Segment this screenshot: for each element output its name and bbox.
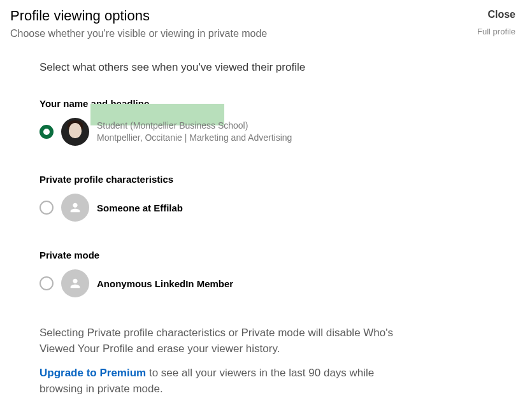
option-full-row[interactable]: Student (Montpellier Business School) Mo… (40, 118, 522, 146)
option-private-label: Private mode (40, 250, 522, 260)
header: Profile viewing options Choose whether y… (10, 8, 522, 39)
option-full-visibility: Your name and headline Student (Montpell… (40, 98, 522, 146)
option-full-text: Student (Montpellier Business School) Mo… (97, 120, 292, 144)
profile-headline: Student (Montpellier Business School) (97, 120, 292, 132)
profile-location: Montpellier, Occitanie | Marketing and A… (97, 132, 292, 144)
radio-private[interactable] (40, 276, 54, 290)
option-semi-private: Private profile characteristics Someone … (40, 174, 522, 222)
person-icon (68, 276, 82, 290)
content: Select what others see when you've viewe… (40, 61, 522, 397)
avatar-placeholder-icon (61, 194, 89, 222)
avatar (61, 118, 89, 146)
option-private-row[interactable]: Anonymous LinkedIn Member (40, 269, 522, 297)
option-private: Private mode Anonymous LinkedIn Member (40, 250, 522, 297)
disclaimer: Selecting Private profile characteristic… (40, 325, 409, 397)
full-profile-link[interactable]: Full profile (477, 27, 515, 36)
radio-full[interactable] (40, 125, 54, 139)
disclaimer-line2: Upgrade to Premium to see all your viewe… (40, 366, 409, 397)
close-button[interactable]: Close (487, 9, 515, 20)
option-semi-title: Someone at Effilab (97, 202, 183, 213)
page-subtitle: Choose whether you're visible or viewing… (10, 28, 522, 39)
option-semi-label: Private profile characteristics (40, 174, 522, 185)
option-semi-row[interactable]: Someone at Effilab (40, 194, 522, 222)
instruction-text: Select what others see when you've viewe… (40, 61, 522, 74)
disclaimer-line1: Selecting Private profile characteristic… (40, 325, 409, 357)
upgrade-premium-link[interactable]: Upgrade to Premium (40, 367, 146, 379)
avatar-placeholder-icon (61, 269, 89, 297)
page-title: Profile viewing options (10, 8, 522, 24)
option-private-title: Anonymous LinkedIn Member (97, 278, 233, 289)
person-icon (68, 201, 82, 215)
radio-semi[interactable] (40, 201, 54, 215)
